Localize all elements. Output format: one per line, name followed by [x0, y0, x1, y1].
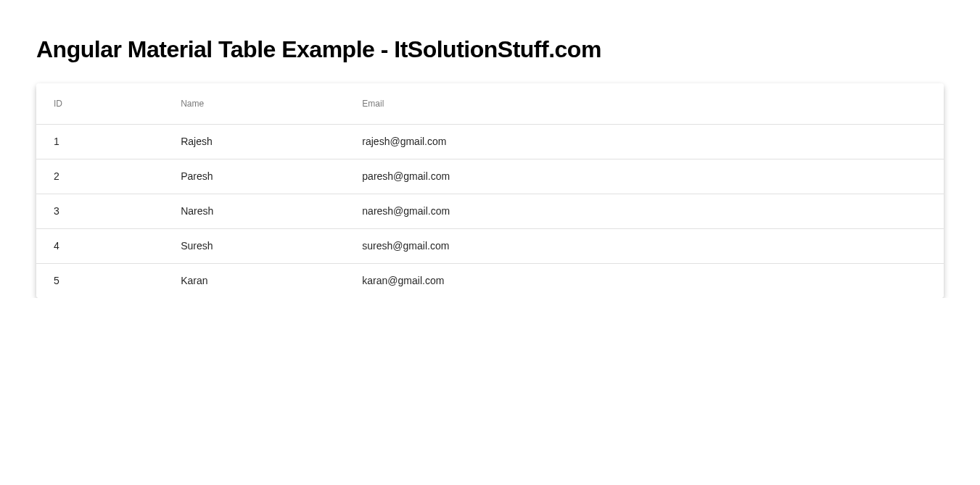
cell-email: karan@gmail.com — [345, 263, 944, 298]
column-header-name: Name — [163, 83, 345, 124]
table-card: ID Name Email 1 Rajesh rajesh@gmail.com … — [36, 83, 944, 298]
column-header-id: ID — [36, 83, 163, 124]
cell-name: Paresh — [163, 159, 345, 194]
table-row: 5 Karan karan@gmail.com — [36, 263, 944, 298]
cell-name: Suresh — [163, 228, 345, 263]
page-title: Angular Material Table Example - ItSolut… — [36, 36, 944, 63]
cell-name: Naresh — [163, 194, 345, 228]
cell-name: Karan — [163, 263, 345, 298]
cell-id: 5 — [36, 263, 163, 298]
data-table: ID Name Email 1 Rajesh rajesh@gmail.com … — [36, 83, 944, 298]
cell-email: naresh@gmail.com — [345, 194, 944, 228]
cell-id: 4 — [36, 228, 163, 263]
cell-id: 3 — [36, 194, 163, 228]
column-header-email: Email — [345, 83, 944, 124]
table-header-row: ID Name Email — [36, 83, 944, 124]
table-row: 1 Rajesh rajesh@gmail.com — [36, 124, 944, 159]
cell-email: paresh@gmail.com — [345, 159, 944, 194]
table-row: 4 Suresh suresh@gmail.com — [36, 228, 944, 263]
cell-id: 2 — [36, 159, 163, 194]
table-row: 2 Paresh paresh@gmail.com — [36, 159, 944, 194]
cell-email: rajesh@gmail.com — [345, 124, 944, 159]
table-row: 3 Naresh naresh@gmail.com — [36, 194, 944, 228]
cell-name: Rajesh — [163, 124, 345, 159]
cell-id: 1 — [36, 124, 163, 159]
cell-email: suresh@gmail.com — [345, 228, 944, 263]
